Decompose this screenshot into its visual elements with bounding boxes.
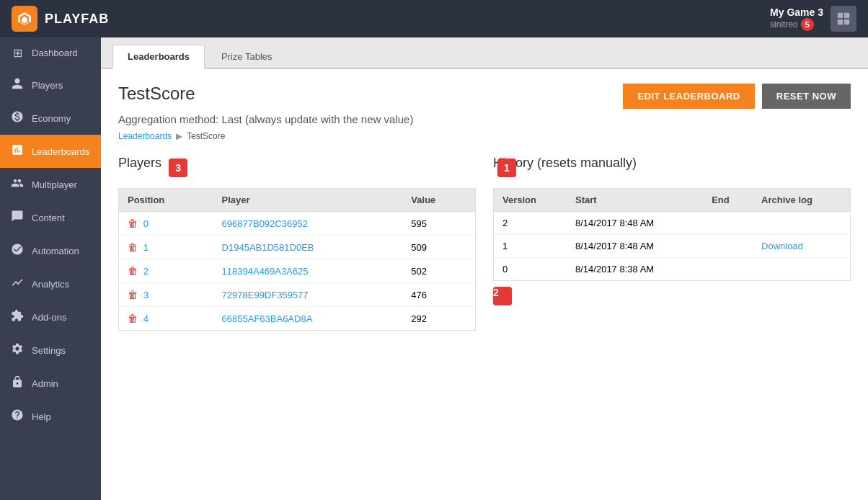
- players-table: Position Player Value 🗑 0 696877B092C369…: [118, 188, 476, 331]
- username: sinitreo: [770, 19, 798, 30]
- cell-player: 66855AF63BA6AD8A: [213, 307, 403, 331]
- sidebar-label-content: Content: [32, 213, 65, 223]
- analytics-icon: [10, 276, 25, 292]
- cell-player: 72978E99DF359577: [213, 283, 403, 307]
- game-icon[interactable]: [831, 6, 856, 32]
- sidebar-item-addons[interactable]: Add-ons: [0, 300, 101, 334]
- delete-icon[interactable]: 🗑: [128, 313, 138, 324]
- delete-icon[interactable]: 🗑: [128, 241, 138, 253]
- player-link[interactable]: 72978E99DF359577: [222, 290, 309, 300]
- cell-end: [703, 235, 753, 258]
- history-annotation-2: 2: [493, 287, 512, 305]
- col-start: Start: [567, 189, 703, 212]
- svg-rect-6: [844, 19, 849, 24]
- player-link[interactable]: D1945AB1D581D0EB: [222, 242, 314, 253]
- page-title: TestScore: [118, 84, 195, 104]
- player-link[interactable]: 66855AF63BA6AD8A: [222, 313, 313, 324]
- delete-icon[interactable]: 🗑: [128, 265, 138, 277]
- economy-icon: [10, 110, 25, 126]
- sidebar-label-leaderboards: Leaderboards: [32, 146, 89, 157]
- sidebar-item-analytics[interactable]: Analytics: [0, 267, 101, 300]
- title-area: TestScore: [118, 84, 195, 104]
- header-left: PLAYFAB: [12, 6, 109, 32]
- sidebar-item-leaderboards[interactable]: Leaderboards: [0, 135, 101, 168]
- table-row: 🗑 1 D1945AB1D581D0EB 509: [119, 236, 476, 259]
- reset-now-button[interactable]: RESET NOW: [762, 84, 851, 109]
- svg-rect-3: [838, 13, 843, 18]
- leaderboards-icon: [10, 143, 25, 159]
- position-link[interactable]: 2: [143, 266, 149, 277]
- header-right: My Game 3 sinitreo 5: [770, 6, 856, 32]
- cell-value: 595: [402, 212, 475, 236]
- sidebar-label-multiplayer: Multiplayer: [32, 179, 77, 190]
- table-row: 🗑 0 696877B092C36952 595: [119, 212, 476, 236]
- cell-position: 🗑 1: [119, 236, 213, 259]
- delete-icon[interactable]: 🗑: [128, 289, 138, 300]
- sidebar: ⊞ Dashboard Players Economy Leaderboards: [0, 37, 101, 500]
- col-position: Position: [119, 189, 213, 212]
- user-info: My Game 3 sinitreo 5: [770, 6, 823, 31]
- tab-prize-tables[interactable]: Prize Tables: [206, 45, 288, 68]
- col-player: Player: [213, 189, 403, 212]
- cell-player: 696877B092C36952: [213, 212, 403, 236]
- breadcrumb-separator: ▶: [176, 131, 182, 141]
- sidebar-item-content[interactable]: Content: [0, 201, 101, 234]
- player-link[interactable]: 118394A469A3A625: [222, 266, 309, 277]
- header: PLAYFAB My Game 3 sinitreo 5: [0, 0, 868, 37]
- players-icon: [10, 77, 25, 93]
- sidebar-item-automation[interactable]: Automation: [0, 234, 101, 267]
- logo-text: PLAYFAB: [45, 12, 109, 27]
- multiplayer-icon: [10, 177, 25, 192]
- sidebar-item-help[interactable]: Help: [0, 400, 101, 433]
- page-subtitle: Aggregation method: Last (always update …: [118, 113, 851, 125]
- cell-version: 2: [494, 212, 567, 235]
- tab-leaderboards[interactable]: Leaderboards: [112, 45, 205, 69]
- cell-position: 🗑 4: [119, 307, 213, 331]
- sidebar-label-admin: Admin: [32, 378, 58, 389]
- table-row: 🗑 4 66855AF63BA6AD8A 292: [119, 307, 476, 331]
- help-icon: [10, 409, 25, 424]
- breadcrumb-current: TestScore: [187, 131, 225, 141]
- user-badge-row: sinitreo 5: [770, 18, 823, 31]
- breadcrumb-parent[interactable]: Leaderboards: [118, 131, 172, 141]
- cell-version: 0: [494, 258, 567, 281]
- table-row: 1 8/14/2017 8:48 AM Download: [494, 235, 851, 258]
- cell-start: 8/14/2017 8:48 AM: [567, 235, 703, 258]
- history-annotation-1: 1: [497, 159, 516, 177]
- position-link[interactable]: 3: [143, 290, 149, 300]
- position-link[interactable]: 1: [143, 242, 149, 253]
- cell-start: 8/14/2017 8:38 AM: [567, 258, 703, 281]
- cell-archive: [753, 212, 850, 235]
- players-column: Players 3 Position Player Value 🗑: [118, 156, 476, 331]
- cell-value: 476: [402, 283, 475, 307]
- sidebar-item-multiplayer[interactable]: Multiplayer: [0, 168, 101, 201]
- sidebar-item-admin[interactable]: Admin: [0, 367, 101, 400]
- cell-position: 🗑 2: [119, 259, 213, 283]
- cell-start: 8/14/2017 8:48 AM: [567, 212, 703, 235]
- two-column-layout: Players 3 Position Player Value 🗑: [118, 156, 851, 331]
- main-layout: ⊞ Dashboard Players Economy Leaderboards: [0, 37, 868, 500]
- sidebar-item-settings[interactable]: Settings: [0, 334, 101, 367]
- sidebar-item-economy[interactable]: Economy: [0, 102, 101, 135]
- user-game-title: My Game 3: [770, 6, 823, 18]
- edit-leaderboard-button[interactable]: EDIT LEADERBOARD: [623, 84, 754, 109]
- cell-version: 1: [494, 235, 567, 258]
- delete-icon[interactable]: 🗑: [128, 218, 138, 229]
- svg-rect-5: [838, 19, 843, 24]
- table-row: 2 8/14/2017 8:48 AM: [494, 212, 851, 235]
- sidebar-item-dashboard[interactable]: ⊞ Dashboard: [0, 37, 101, 68]
- sidebar-item-players[interactable]: Players: [0, 68, 101, 102]
- player-link[interactable]: 696877B092C36952: [222, 218, 308, 229]
- position-link[interactable]: 0: [143, 218, 149, 229]
- page-content: TestScore EDIT LEADERBOARD RESET NOW Agg…: [101, 69, 868, 500]
- sidebar-label-help: Help: [32, 411, 51, 422]
- players-annotation-badge: 3: [169, 159, 187, 177]
- sidebar-label-automation: Automation: [32, 246, 79, 256]
- cell-end: [703, 212, 753, 235]
- col-version: Version: [494, 189, 567, 212]
- download-link[interactable]: Download: [761, 241, 803, 251]
- table-row: 0 8/14/2017 8:38 AM: [494, 258, 851, 281]
- position-link[interactable]: 4: [143, 313, 149, 324]
- players-section-title: Players: [118, 156, 161, 171]
- sidebar-label-economy: Economy: [32, 113, 71, 124]
